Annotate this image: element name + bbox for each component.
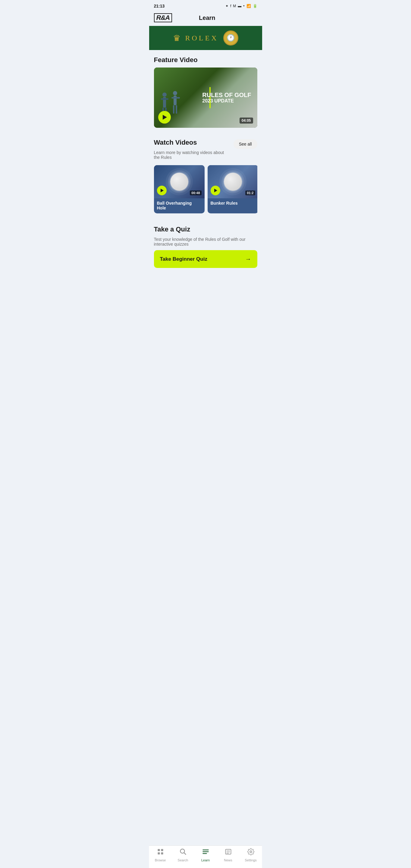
feature-video-container[interactable]: RULES OF GOLF 2023 UPDATE 04:05 <box>154 67 257 128</box>
quiz-section-title: Take a Quiz <box>154 225 257 233</box>
video-grid: 00:48 Ball Overhanging Hole 01:2 Bunker … <box>154 165 257 215</box>
rolex-logo: ROLEX <box>185 34 218 42</box>
svg-rect-13 <box>161 852 163 855</box>
see-all-button[interactable]: See all <box>233 139 257 149</box>
rolex-crown-icon: ♛ <box>173 33 181 43</box>
svg-rect-4 <box>161 98 168 100</box>
quiz-section-subtitle: Test your knowledge of the Rules of Golf… <box>154 237 257 247</box>
watch-videos-title: Watch Videos <box>154 138 230 147</box>
card-play-icon-2 <box>214 189 217 192</box>
nav-settings-label: Settings <box>245 858 257 862</box>
nav-browse[interactable]: Browse <box>149 848 172 862</box>
nav-news[interactable]: News <box>217 848 240 862</box>
logo-text: R&A <box>154 13 172 22</box>
bottom-navigation: Browse Search Learn <box>149 845 262 868</box>
golf-ball-1 <box>170 173 188 191</box>
quiz-arrow-icon: → <box>245 255 251 262</box>
facebook-icon: f <box>230 4 231 8</box>
quiz-button-label: Take Beginner Quiz <box>160 256 207 262</box>
nav-learn-label: Learn <box>201 858 210 862</box>
feature-video-duration: 04:05 <box>240 118 253 124</box>
svg-rect-11 <box>161 849 163 851</box>
status-bar: 21:13 ✦ f M ▬ • 📶 🔋 <box>149 0 262 11</box>
video-text-block: RULES OF GOLF 2023 UPDATE <box>202 92 251 104</box>
video-card-duration-2: 01:2 <box>245 190 255 195</box>
gmail-icon: M <box>233 4 236 8</box>
browse-icon <box>157 848 164 857</box>
svg-point-5 <box>173 91 177 95</box>
wifi-icon: 📶 <box>247 4 251 8</box>
video-card-2[interactable]: 01:2 Bunker Rules <box>208 165 257 213</box>
video-sub-title: 2023 UPDATE <box>202 98 251 104</box>
feature-video-play-button[interactable] <box>158 111 171 124</box>
header: R&A Learn <box>149 11 262 26</box>
video-card-duration-1: 00:48 <box>190 190 201 195</box>
video-card-1[interactable]: 00:48 Ball Overhanging Hole <box>154 165 204 213</box>
main-content: Feature Video RULES OF GOLF 2023 U <box>149 50 262 321</box>
status-icons: ✦ f M ▬ • 📶 🔋 <box>225 4 257 8</box>
battery-icon: 🔋 <box>253 4 257 8</box>
watch-videos-section: Watch Videos Learn more by watching vide… <box>149 133 262 219</box>
nav-browse-label: Browse <box>155 858 166 862</box>
video-card-title-2: Bunker Rules <box>208 198 257 209</box>
golf-ball-2 <box>224 173 242 191</box>
status-time: 21:13 <box>154 4 165 8</box>
svg-rect-8 <box>176 105 177 114</box>
svg-rect-6 <box>173 96 177 105</box>
watch-videos-info: Watch Videos Learn more by watching vide… <box>154 138 230 163</box>
watch-videos-subtitle: Learn more by watching videos about the … <box>154 150 230 160</box>
search-icon <box>179 848 187 857</box>
svg-line-15 <box>184 852 186 855</box>
video-card-title-1: Ball Overhanging Hole <box>154 198 204 213</box>
video-thumb-2: 01:2 <box>208 165 257 198</box>
nav-learn[interactable]: Learn <box>194 848 217 862</box>
svg-rect-9 <box>171 97 180 98</box>
quiz-section: Take a Quiz Test your knowledge of the R… <box>149 219 262 273</box>
svg-point-0 <box>162 93 167 97</box>
rolex-watch: 🕐 <box>223 30 238 45</box>
svg-rect-7 <box>173 105 175 114</box>
rolex-banner: ♛ ROLEX 🕐 <box>149 26 262 50</box>
watch-videos-header: Watch Videos Learn more by watching vide… <box>154 138 257 163</box>
feature-video-section: Feature Video RULES OF GOLF 2023 U <box>149 50 262 133</box>
nav-search[interactable]: Search <box>172 848 194 862</box>
news-icon <box>224 848 232 857</box>
svg-rect-10 <box>158 849 160 851</box>
screen-icon: ▬ <box>238 4 241 8</box>
app-logo: R&A <box>154 13 172 22</box>
card-play-icon-1 <box>161 189 164 192</box>
video-card-play-2[interactable] <box>211 186 220 195</box>
video-main-title: RULES OF GOLF <box>202 92 251 98</box>
settings-icon <box>247 848 254 857</box>
page-title: Learn <box>176 14 238 22</box>
learn-icon <box>202 848 209 857</box>
play-icon <box>163 115 167 120</box>
notification-icon: ✦ <box>225 4 228 8</box>
nav-search-label: Search <box>178 858 188 862</box>
video-thumb-1: 00:48 <box>154 165 204 198</box>
dot-icon: • <box>243 4 244 8</box>
take-beginner-quiz-button[interactable]: Take Beginner Quiz → <box>154 250 257 268</box>
video-card-play-1[interactable] <box>157 186 167 195</box>
nav-settings[interactable]: Settings <box>240 848 262 862</box>
feature-video-title: Feature Video <box>154 56 257 64</box>
svg-point-23 <box>250 851 252 852</box>
svg-rect-12 <box>158 852 160 855</box>
nav-news-label: News <box>224 858 232 862</box>
